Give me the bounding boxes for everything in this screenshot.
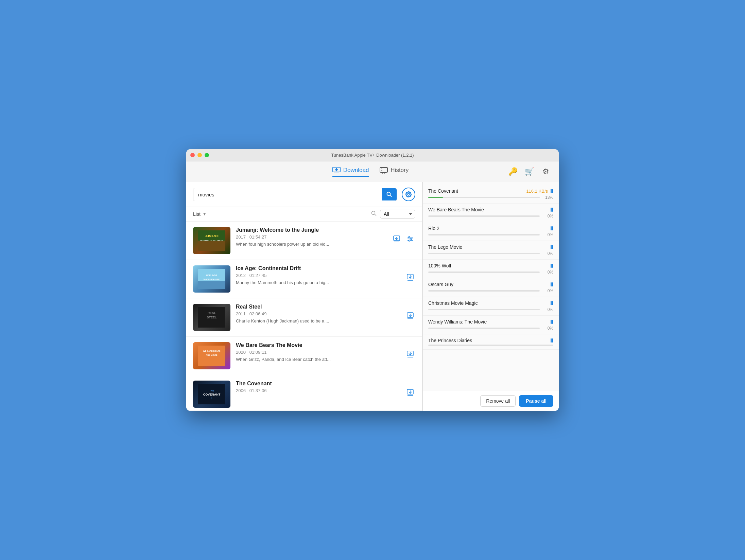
download-item-header: The Covenant 116.1 KB/s	[428, 188, 553, 194]
list-item: WE BARE BEARS THE MOVIE We Bare Bears Th…	[186, 337, 422, 375]
toolbar: Download History 🔑 🛒 ⚙	[186, 161, 559, 182]
download-button[interactable]	[392, 234, 402, 246]
download-title: Wendy Williams: The Movie	[428, 319, 487, 325]
movie-title: Jumanji: Welcome to the Jungle	[236, 227, 386, 233]
progress-bar	[428, 345, 553, 346]
download-button[interactable]	[405, 272, 415, 284]
search-button[interactable]	[382, 188, 397, 200]
download-title: Oscars Guy	[428, 282, 453, 287]
download-title: The Covenant	[428, 188, 458, 194]
pause-button[interactable]	[551, 301, 553, 305]
pause-button[interactable]	[551, 338, 553, 343]
pause-button[interactable]	[551, 226, 553, 230]
download-tab[interactable]: Download	[332, 167, 369, 177]
list-header-right: All Movies TV Shows	[371, 210, 415, 218]
download-item-header: 100% Wolf	[428, 263, 553, 268]
download-title: Christmas Movie Magic	[428, 300, 478, 306]
list-item: Oscars Guy 0%	[423, 278, 559, 297]
sort-icon[interactable]: ▼	[203, 212, 207, 216]
minimize-button[interactable]	[197, 153, 202, 157]
window-controls	[190, 153, 209, 157]
download-progress-row: 0%	[428, 270, 553, 275]
download-speed: 116.1 KB/s	[526, 189, 548, 194]
cart-button[interactable]: 🛒	[523, 165, 536, 178]
settings-button[interactable]: ⚙	[540, 165, 552, 178]
svg-text:WE BARE BEARS: WE BARE BEARS	[203, 350, 220, 352]
download-item-header: Oscars Guy	[428, 282, 553, 287]
movie-thumbnail: JUMANJI WELCOME TO THE JUNGLE	[193, 227, 230, 254]
search-input[interactable]	[193, 188, 382, 201]
pause-button[interactable]	[551, 320, 553, 324]
progress-bar	[428, 290, 540, 292]
movie-meta: 2011 02:06:49	[236, 311, 400, 316]
svg-text:WELCOME TO THE JUNGLE: WELCOME TO THE JUNGLE	[200, 240, 223, 242]
remove-all-button[interactable]: Remove all	[480, 395, 516, 407]
list-item: Wendy Williams: The Movie 0%	[423, 316, 559, 334]
list-item: Christmas Movie Magic 0%	[423, 297, 559, 316]
download-percent: 13%	[542, 195, 553, 200]
movie-info: We Bare Bears The Movie 2020 01:09:11 Wh…	[236, 342, 400, 362]
movie-actions	[405, 381, 415, 399]
movie-desc: Charlie Kenton (Hugh Jackman) used to be…	[236, 318, 400, 323]
svg-point-28	[409, 240, 410, 241]
right-panel: The Covenant 116.1 KB/s 13%	[423, 182, 559, 411]
search-area	[186, 182, 422, 207]
refresh-button[interactable]	[402, 188, 415, 201]
svg-rect-17	[198, 241, 225, 251]
download-button[interactable]	[405, 387, 415, 399]
settings-button-item[interactable]	[405, 234, 415, 246]
left-panel: List ▼ All Movies TV Shows	[186, 182, 422, 411]
pause-button[interactable]	[551, 189, 553, 193]
download-button[interactable]	[405, 349, 415, 361]
list-item: REAL STEEL Real Steel 2011 02:06:49 Char…	[186, 298, 422, 337]
svg-text:REAL: REAL	[208, 311, 216, 315]
download-percent: 0%	[542, 251, 553, 256]
progress-bar	[428, 197, 540, 198]
progress-bar	[428, 215, 540, 217]
download-progress-row: 13%	[428, 195, 553, 200]
movie-desc: Manny the Mammoth and his pals go on a h…	[236, 280, 400, 285]
download-percent: 0%	[542, 232, 553, 237]
pause-all-button[interactable]: Pause all	[519, 395, 553, 407]
movie-actions	[405, 304, 415, 322]
movie-title: The Covenant	[236, 381, 400, 387]
history-tab[interactable]: History	[380, 167, 409, 177]
download-title: The Lego Movie	[428, 244, 462, 250]
main-content: List ▼ All Movies TV Shows	[186, 182, 559, 411]
download-progress-row: 0%	[428, 326, 553, 331]
progress-bar	[428, 253, 540, 254]
download-title: Rio 2	[428, 226, 439, 231]
titlebar: TunesBank Apple TV+ Downloader (1.2.1)	[186, 149, 559, 161]
download-progress-row: 0%	[428, 251, 553, 256]
toolbar-icons: 🔑 🛒 ⚙	[507, 165, 552, 178]
close-button[interactable]	[190, 153, 195, 157]
movie-meta: 2017 01:54:27	[236, 234, 386, 240]
svg-text:JUMANJI: JUMANJI	[205, 234, 219, 238]
filter-select[interactable]: All Movies TV Shows	[380, 210, 415, 218]
download-item-header: The Princess Diaries	[428, 338, 553, 343]
list-header: List ▼ All Movies TV Shows	[186, 207, 422, 222]
svg-line-10	[390, 195, 392, 197]
pause-button[interactable]	[551, 282, 553, 286]
maximize-button[interactable]	[205, 153, 209, 157]
main-window: TunesBank Apple TV+ Downloader (1.2.1) D…	[186, 149, 559, 411]
list-label-text: List	[193, 211, 201, 217]
progress-bar	[428, 234, 540, 235]
movie-meta: 2020 01:09:11	[236, 350, 400, 355]
pause-button[interactable]	[551, 245, 553, 249]
download-item-header: Christmas Movie Magic	[428, 300, 553, 306]
movie-actions	[405, 265, 415, 284]
key-button[interactable]: 🔑	[507, 165, 519, 178]
movie-meta: 2006 01:37:06	[236, 388, 400, 393]
movie-info: Real Steel 2011 02:06:49 Charlie Kenton …	[236, 304, 400, 323]
list-search-icon[interactable]	[371, 211, 377, 217]
movie-thumbnail: REAL STEEL	[193, 304, 230, 331]
download-progress-row: 0%	[428, 232, 553, 237]
download-button[interactable]	[405, 311, 415, 322]
download-percent: 0%	[542, 307, 553, 312]
svg-text:+: +	[211, 397, 212, 399]
pause-button[interactable]	[551, 208, 553, 212]
download-percent: 0%	[542, 270, 553, 275]
pause-button[interactable]	[551, 264, 553, 268]
movie-meta: 2012 01:27:45	[236, 273, 400, 278]
